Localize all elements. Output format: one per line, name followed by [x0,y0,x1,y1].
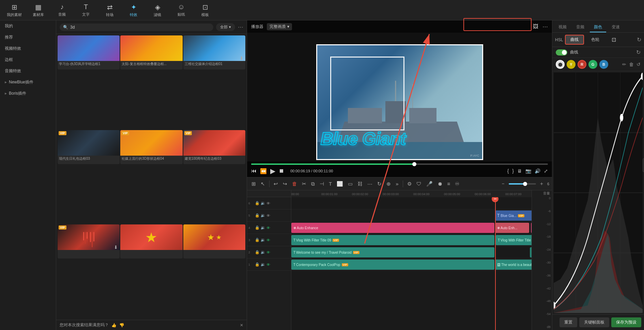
fullscreen-icon[interactable]: ⤢ [544,168,548,174]
subtab-colorwheel[interactable]: 色轮 [586,35,604,44]
channel-white[interactable]: ⬤ [556,60,565,69]
lock-icon-2[interactable]: 🔒 [255,250,260,254]
tl-queue-icon[interactable]: ≡ [446,180,452,188]
clip-vlog-2[interactable]: T Vlog With Filter Title 07 VIP [496,235,532,245]
track-row-3[interactable]: T Vlog With Filter Title 09 VIP T Vlog W… [291,234,532,246]
tl-more-icon[interactable]: ⋯ [366,180,374,188]
tl-text-icon[interactable]: T [327,180,334,188]
refresh-icon[interactable]: ↻ [637,36,641,43]
delete-icon[interactable]: 🗑 [629,62,634,67]
tab-color[interactable]: 颜色 [590,22,606,32]
save-preset-button[interactable]: 保存为预设 [611,317,641,327]
nav-audio-effects[interactable]: 音频特效 [0,65,56,77]
lock-icon-6[interactable]: 🔒 [255,201,260,205]
screen-icon[interactable]: 🖥 [517,168,522,174]
audio-icon-3[interactable]: 🔉 [261,238,265,242]
snapshot-icon[interactable]: 📷 [525,168,531,174]
volume-icon[interactable]: 🔊 [535,168,540,174]
toolbar-transition[interactable]: ⇄ 转场 [99,1,121,19]
tl-time-icon[interactable]: ⊕ [385,180,393,188]
lock-icon-1[interactable]: 🔒 [255,262,260,267]
channel-b[interactable]: B [599,60,608,69]
channel-g[interactable]: G [588,60,597,69]
reset-button[interactable]: 重置 [559,317,577,327]
tl-plus-icon[interactable]: ＋ [537,179,546,188]
stop-button[interactable]: ⏹ [279,168,284,174]
download-icon-7[interactable]: ⬇ [114,245,118,250]
lock-icon-3[interactable]: 🔒 [255,238,260,242]
curves-graph[interactable] [554,73,643,313]
clip-vlog-1[interactable]: T Vlog With Filter Title 09 VIP [291,235,494,245]
toolbar-sticker[interactable]: ☺ 贴纸 [170,1,192,19]
media-item-2[interactable]: 太阳-复古相框特效叠覆边框... [120,35,182,69]
toolbar-my-assets[interactable]: ⊞ 我的素材 [3,1,25,19]
track-row-4[interactable]: ❋ Auto Enhance ❋ Auto Enh... ❋ Auto Enha… [291,222,532,234]
clip-auto-enhance-1[interactable]: ❋ Auto Enhance [291,223,494,233]
tab-speed[interactable]: 变速 [608,22,624,32]
tl-rec-icon[interactable]: ⏺ [436,180,444,188]
track-row-1[interactable]: T Contemporary Pack CoolPop VIP 🖼 The wo… [291,258,532,271]
toolbar-assets-library[interactable]: ▦ 素材库 [27,1,49,19]
clip-replace-picture[interactable]: 🖼 03 Replace Your Picture VIP 📷 [530,247,532,257]
left-panel-collapse[interactable]: ◀ [643,158,644,172]
tl-cut-icon[interactable]: ✂ [300,180,308,188]
audio-icon-5[interactable]: 🔉 [261,213,265,218]
lock-icon-4[interactable]: 🔒 [255,225,260,230]
feedback-close-icon[interactable]: ✕ [240,323,243,328]
toolbar-effects[interactable]: ✦ 特效 [123,1,144,19]
clip-contemporary[interactable]: T Contemporary Pack CoolPop VIP [291,260,494,270]
toolbar-filter[interactable]: ◈ 滤镜 [147,1,168,19]
tab-video[interactable]: 视频 [554,22,571,32]
nav-boris[interactable]: ▶ Boris插件 [0,88,56,99]
toolbar-text[interactable]: T 文字 [75,1,97,19]
clip-auto-enhance-3[interactable]: ❋ Auto Enhance [531,223,532,233]
prev-frame-button[interactable]: ⏪ [260,168,267,174]
audio-icon-4[interactable]: 🔉 [261,225,265,230]
clip-auto-enhance-2[interactable]: ❋ Auto Enh... [495,223,529,233]
search-input[interactable] [70,25,210,30]
track-row-2[interactable]: T Welcome to see my / Travel Polaroid VI… [291,246,532,258]
pencil-icon[interactable]: ✏ [622,62,626,67]
tl-shield-icon[interactable]: 🛡 [415,180,423,188]
audio-icon-1[interactable]: 🔉 [261,262,265,267]
in-point-icon[interactable]: { [507,168,509,174]
eye-icon-6[interactable]: 👁 [266,201,270,205]
nav-recommend[interactable]: 推荐 [0,32,56,43]
nav-video-effects[interactable]: 视频特效 [0,43,56,54]
media-item-9[interactable]: ★ ★ [183,224,245,258]
tl-copy-icon[interactable]: ⧉ [309,180,317,188]
media-item-5[interactable]: VIP 社媒上流行的3D形状边框04 [120,130,182,164]
nav-newblue[interactable]: ▶ NewBlue插件 [0,77,56,88]
toolbar-audio[interactable]: ♪ 音频 [51,1,73,19]
tl-redo-icon[interactable]: ↪ [281,180,289,188]
eye-icon-2[interactable]: 👁 [266,250,270,254]
tl-undo-icon[interactable]: ↩ [272,180,280,188]
track-row-5[interactable]: T Blue Gia... VIP [291,209,532,222]
more-options-icon[interactable]: ⋯ [238,24,243,30]
subtab-curve[interactable]: 曲线 [565,35,584,45]
media-item-6[interactable]: VIP 建党100周年纪念边框03 [183,130,245,164]
curve-reset-icon[interactable]: ↻ [636,49,641,56]
out-point-icon[interactable]: } [512,168,514,174]
track-row-6[interactable] [291,197,532,209]
thumbs-up-icon[interactable]: 👍 [111,323,117,328]
tl-cursor-icon[interactable]: ↖ [259,180,267,188]
eye-icon-1[interactable]: 👁 [266,263,270,267]
media-item-1[interactable]: 学习台-伪3D风开学晴边框1 [58,35,120,69]
tl-layout-icon[interactable]: ⊞ [250,180,258,188]
media-item-4[interactable]: VIP 现代生日礼包边框03 [58,130,120,164]
toolbar-template[interactable]: ⊡ 模板 [194,1,216,19]
eye-icon-5[interactable]: 👁 [266,214,270,218]
thumbs-down-icon[interactable]: 👎 [119,323,124,328]
filter-button[interactable]: 全部 ▾ [216,23,235,31]
media-item-3[interactable]: ⬇ 三维社交媒体介绍边框01 [183,35,245,69]
curve-toggle[interactable] [556,49,567,56]
clip-blue-giant[interactable]: T Blue Gia... VIP [495,210,532,221]
audio-icon-6[interactable]: 🔉 [261,201,265,205]
tab-audio[interactable]: 音频 [572,22,588,32]
channel-r[interactable]: R [578,60,586,69]
tl-transform-icon[interactable]: ⬜ [335,180,345,188]
tl-link-icon[interactable]: ♾ [453,180,461,188]
tl-settings-icon[interactable]: ⚙ [405,180,413,188]
clip-welcome[interactable]: T Welcome to see my / Travel Polaroid VI… [291,247,494,257]
